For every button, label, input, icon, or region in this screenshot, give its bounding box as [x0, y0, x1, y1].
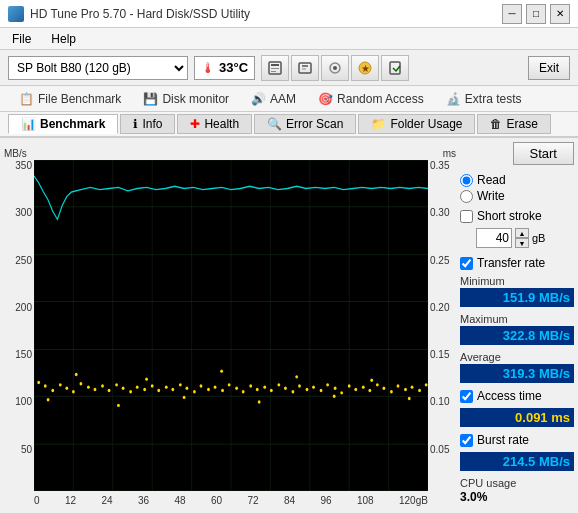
svg-rect-2 [271, 68, 279, 69]
svg-point-69 [306, 388, 309, 391]
minimum-value: 151.9 MB/s [460, 288, 574, 307]
y-label-250: 250 [15, 255, 32, 266]
short-stroke-checkbox[interactable] [460, 210, 473, 223]
spinbox-input[interactable] [476, 228, 512, 248]
svg-point-39 [94, 388, 97, 391]
svg-point-75 [348, 384, 351, 387]
tab-health[interactable]: ✚ Health [177, 114, 252, 134]
transfer-rate-label[interactable]: Transfer rate [460, 256, 574, 270]
read-radio-text: Read [477, 173, 506, 187]
short-stroke-text: Short stroke [477, 209, 542, 223]
burst-rate-label[interactable]: Burst rate [460, 433, 574, 447]
disk-monitor-icon: 💾 [143, 92, 158, 106]
spin-down-button[interactable]: ▼ [515, 238, 529, 248]
toolbar-btn-2[interactable] [291, 55, 319, 81]
burst-rate-checkbox[interactable] [460, 434, 473, 447]
chart-area: MB/s ms 350 300 250 200 150 100 50 0.35 … [4, 144, 456, 509]
burst-rate-text: Burst rate [477, 433, 529, 447]
x-label-48: 48 [174, 495, 185, 506]
svg-point-91 [183, 396, 186, 399]
svg-point-71 [320, 389, 323, 392]
y-axis-right: 0.35 0.30 0.25 0.20 0.15 0.10 0.05 [428, 160, 456, 491]
x-label-96: 96 [320, 495, 331, 506]
svg-point-45 [136, 385, 139, 388]
svg-rect-1 [271, 64, 279, 66]
access-time-text: Access time [477, 389, 542, 403]
tab-benchmark[interactable]: 📊 Benchmark [8, 114, 118, 134]
y-axis-left: 350 300 250 200 150 100 50 [4, 160, 34, 491]
minimize-button[interactable]: ─ [502, 4, 522, 24]
svg-rect-4 [299, 63, 311, 73]
svg-point-64 [270, 389, 273, 392]
toolbar-btn-1[interactable] [261, 55, 289, 81]
svg-point-92 [220, 369, 223, 372]
transfer-rate-checkbox[interactable] [460, 257, 473, 270]
read-radio[interactable] [460, 174, 473, 187]
exit-button[interactable]: Exit [528, 56, 570, 80]
close-button[interactable]: ✕ [550, 4, 570, 24]
short-stroke-label[interactable]: Short stroke [460, 209, 574, 223]
svg-point-95 [333, 395, 336, 398]
svg-point-62 [256, 388, 259, 391]
nav-random-access[interactable]: 🎯 Random Access [307, 89, 435, 109]
svg-rect-3 [271, 71, 276, 72]
toolbar-btn-5[interactable] [381, 55, 409, 81]
y-label-200: 200 [15, 302, 32, 313]
nav-extra-tests[interactable]: 🔬 Extra tests [435, 89, 533, 109]
info-tab-icon: ℹ [133, 117, 138, 131]
transfer-rate-text: Transfer rate [477, 256, 545, 270]
tab-folder-usage[interactable]: 📁 Folder Usage [358, 114, 475, 134]
svg-point-61 [249, 384, 252, 387]
toolbar-btn-4[interactable]: ★ [351, 55, 379, 81]
menu-file[interactable]: File [8, 30, 35, 48]
svg-point-85 [418, 389, 421, 392]
tab-erase[interactable]: 🗑 Erase [477, 114, 550, 134]
svg-point-67 [292, 390, 295, 393]
x-label-84: 84 [284, 495, 295, 506]
svg-point-50 [171, 388, 174, 391]
svg-point-83 [404, 388, 407, 391]
svg-point-86 [425, 383, 428, 386]
svg-text:★: ★ [361, 63, 370, 74]
burst-rate-stat: 214.5 MB/s [460, 452, 574, 471]
menu-help[interactable]: Help [47, 30, 80, 48]
maximum-value: 322.8 MB/s [460, 326, 574, 345]
nav-random-access-label: Random Access [337, 92, 424, 106]
write-radio-label[interactable]: Write [460, 189, 574, 203]
nav-aam-label: AAM [270, 92, 296, 106]
maximize-button[interactable]: □ [526, 4, 546, 24]
svg-point-56 [214, 385, 217, 388]
x-label-24: 24 [101, 495, 112, 506]
svg-point-93 [258, 400, 261, 403]
nav-disk-monitor[interactable]: 💾 Disk monitor [132, 89, 240, 109]
write-radio[interactable] [460, 190, 473, 203]
y-label-150: 150 [15, 349, 32, 360]
minimum-stat: Minimum 151.9 MB/s [460, 275, 574, 307]
start-button[interactable]: Start [513, 142, 574, 165]
spin-up-button[interactable]: ▲ [515, 228, 529, 238]
svg-point-35 [65, 387, 68, 390]
svg-point-97 [408, 397, 411, 400]
title-controls: ─ □ ✕ [502, 4, 570, 24]
svg-point-90 [145, 377, 148, 380]
svg-point-79 [376, 383, 379, 386]
access-time-label[interactable]: Access time [460, 389, 574, 403]
nav-aam[interactable]: 🔊 AAM [240, 89, 307, 109]
access-time-checkbox[interactable] [460, 390, 473, 403]
y-right-015: 0.15 [430, 349, 449, 360]
tab-error-scan[interactable]: 🔍 Error Scan [254, 114, 356, 134]
x-label-108: 108 [357, 495, 374, 506]
read-radio-label[interactable]: Read [460, 173, 574, 187]
svg-point-32 [44, 384, 47, 387]
tab-erase-label: Erase [506, 117, 537, 131]
drive-select[interactable]: SP Bolt B80 (120 gB) [8, 56, 188, 80]
tab-info[interactable]: ℹ Info [120, 114, 175, 134]
toolbar-btn-3[interactable] [321, 55, 349, 81]
svg-point-42 [115, 383, 118, 386]
y-right-025: 0.25 [430, 255, 449, 266]
access-time-stat: 0.091 ms [460, 408, 574, 427]
svg-point-54 [200, 384, 203, 387]
svg-point-44 [129, 390, 132, 393]
svg-point-72 [326, 383, 329, 386]
nav-file-benchmark[interactable]: 📋 File Benchmark [8, 89, 132, 109]
